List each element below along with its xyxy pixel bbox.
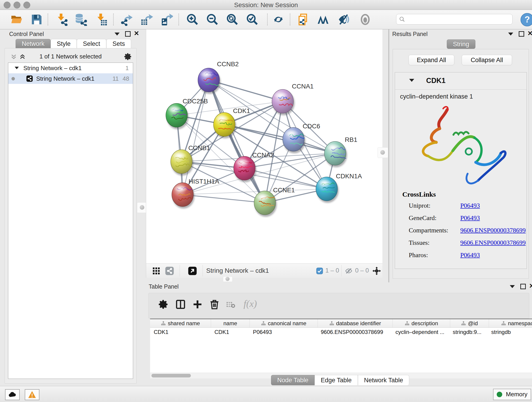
column-header-label: description (412, 320, 438, 327)
warning-status-button[interactable] (25, 389, 39, 400)
tab-sets[interactable]: Sets (106, 39, 131, 48)
tab-string[interactable]: String (447, 39, 475, 49)
network-node[interactable]: CDC6 (283, 123, 320, 153)
export-table-icon[interactable] (140, 13, 153, 26)
close-panel-icon[interactable]: ✕ (134, 31, 139, 36)
bird-eye-view-icon[interactable] (359, 13, 372, 26)
column-header[interactable]: description (393, 319, 450, 327)
attribute-icon (261, 321, 266, 326)
network-node[interactable]: CDKN1A (316, 172, 362, 203)
column-header[interactable]: database identifier (318, 319, 393, 327)
table-gear-icon[interactable] (158, 299, 169, 310)
tab-node-table[interactable]: Node Table (271, 375, 315, 385)
zoom-out-icon[interactable] (206, 13, 219, 26)
cloud-status-button[interactable] (5, 389, 20, 400)
column-header[interactable]: shared name (150, 319, 211, 327)
table-panel: Table Panel ✕ f(x) shared name name cano… (146, 282, 532, 387)
column-header[interactable]: @id (450, 319, 489, 327)
column-header[interactable]: canonical name (250, 319, 318, 327)
column-header[interactable]: name (211, 319, 250, 327)
memory-button[interactable]: Memory (493, 389, 531, 400)
network-node[interactable]: CCNA1 (272, 83, 314, 115)
gear-icon[interactable] (124, 52, 132, 61)
float-panel-icon[interactable] (125, 31, 131, 37)
gene-section-header[interactable]: CDK1 (395, 72, 526, 89)
show-columns-icon[interactable] (175, 299, 186, 310)
right-splitter-handle[interactable] (378, 147, 388, 158)
node-label: CCNA2 (252, 152, 274, 159)
delete-column-icon[interactable] (209, 299, 220, 310)
zoom-fit-icon[interactable] (226, 13, 239, 26)
panel-menu-icon[interactable] (510, 285, 515, 288)
section-expander-icon[interactable] (409, 79, 414, 82)
network-node[interactable]: CDC25B (166, 98, 208, 129)
search-input[interactable] (396, 14, 513, 25)
collapse-all-button[interactable]: Collapse All (462, 55, 512, 65)
export-image-icon[interactable] (160, 13, 173, 26)
crosslink-link[interactable]: 9606.ENSP00000378699 (460, 227, 526, 234)
table-header-row: shared name name canonical name database… (150, 319, 532, 328)
toolbar-separator (267, 13, 268, 26)
cell-canonical-name: P06493 (249, 328, 317, 337)
float-panel-icon[interactable] (519, 31, 524, 37)
column-header[interactable]: namespace (489, 319, 532, 327)
selected-checkbox-icon[interactable] (316, 268, 323, 274)
open-session-icon[interactable] (10, 13, 23, 26)
float-panel-icon[interactable] (520, 284, 526, 289)
crosslink-link[interactable]: P06493 (460, 251, 480, 259)
first-neighbors-icon[interactable] (317, 13, 329, 26)
import-network-from-file-icon[interactable] (56, 13, 68, 26)
collection-count: 1 (126, 63, 129, 73)
tab-network[interactable]: Network (16, 39, 51, 48)
grid-view-icon[interactable] (152, 267, 160, 275)
node-label: CDC6 (303, 123, 320, 130)
close-panel-icon[interactable]: ✕ (527, 31, 532, 36)
crosslink-link[interactable]: P06493 (460, 202, 480, 209)
attribute-icon (329, 321, 334, 326)
horizontal-splitter-handle[interactable] (223, 276, 233, 282)
crosslink-link[interactable]: 9606.ENSP00000378699 (460, 239, 526, 246)
node-label: CDK1 (233, 107, 250, 114)
node-label: CDC25B (183, 98, 208, 105)
tree-expander-icon[interactable] (15, 67, 19, 69)
network-node[interactable]: CCNE1 (254, 186, 295, 217)
table-row[interactable]: CDK1 CDK1 P06493 9606.ENSP00000378699 cy… (150, 328, 532, 337)
tab-network-table[interactable]: Network Table (358, 375, 409, 385)
new-network-from-selection-icon[interactable] (297, 13, 310, 26)
node-label: RB1 (345, 136, 357, 143)
zoom-in-icon[interactable] (186, 13, 199, 26)
expand-all-button[interactable]: Expand All (409, 55, 454, 65)
import-network-from-database-icon[interactable] (75, 13, 88, 26)
protein-structure-image (409, 104, 514, 189)
show-graphics-details-icon[interactable] (337, 13, 350, 26)
network-collection-row[interactable]: String Network – cdk1 1 (8, 63, 133, 73)
tab-style[interactable]: Style (51, 39, 77, 48)
import-table-from-file-icon[interactable] (95, 13, 108, 26)
panel-menu-icon[interactable] (114, 32, 120, 36)
search-input-field[interactable] (407, 15, 509, 23)
network-node[interactable]: CDK1 (214, 107, 250, 138)
zoom-selected-icon[interactable] (246, 13, 259, 26)
apply-layout-icon[interactable] (272, 13, 285, 26)
network-row[interactable]: String Network – cdk1 11 48 (8, 73, 133, 84)
panel-menu-icon[interactable] (508, 32, 513, 36)
network-view-mode-icon[interactable] (165, 266, 174, 275)
network-node[interactable]: RB1 (324, 136, 357, 167)
network-canvas[interactable]: CCNB2CCNA1CDC25BCDK1CDC6RB1CCNB1CCNA2CDK… (146, 29, 382, 263)
add-column-icon[interactable] (192, 299, 203, 310)
tab-select[interactable]: Select (77, 39, 106, 48)
scrollbar-thumb[interactable] (152, 374, 191, 377)
crosslink-link[interactable]: P06493 (460, 214, 480, 222)
detach-view-icon[interactable] (188, 266, 197, 275)
network-node[interactable]: CCNB1 (171, 144, 210, 176)
help-button[interactable]: ? (520, 13, 532, 26)
cell-database-identifier: 9606.ENSP00000378699 (317, 328, 392, 337)
network-node[interactable]: CCNB2 (198, 61, 239, 94)
close-panel-icon[interactable]: ✕ (529, 284, 532, 288)
application-window: Session: New Session ? Control Panel (0, 0, 532, 402)
hidden-elements-icon[interactable] (345, 267, 352, 274)
pan-crosshair-icon[interactable] (372, 266, 381, 275)
export-network-icon[interactable] (120, 13, 133, 26)
tab-edge-table[interactable]: Edge Table (315, 375, 358, 385)
save-session-icon[interactable] (30, 13, 43, 26)
